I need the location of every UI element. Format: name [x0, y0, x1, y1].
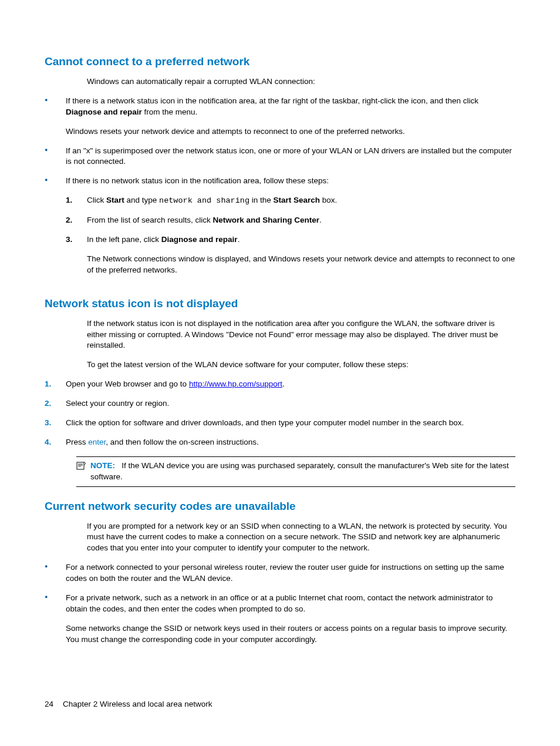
text: If there is no network status icon in th…	[66, 176, 329, 185]
text: For a private network, such as a network…	[66, 593, 493, 613]
bullet-list: If there is a network status icon in the…	[45, 96, 515, 276]
bold-text: Diagnose and repair	[66, 107, 142, 116]
text: from the menu.	[142, 107, 198, 116]
list-item: 3.Click the option for software and driv…	[45, 418, 515, 429]
step-number: 2.	[45, 398, 51, 409]
intro-text: Windows can automatically repair a corru…	[87, 76, 515, 88]
list-item: For a network connected to your personal…	[45, 562, 515, 584]
list-item: 2.Select your country or region.	[45, 398, 515, 409]
page-footer: 24Chapter 2 Wireless and local area netw…	[45, 700, 212, 708]
key-name: enter	[88, 438, 106, 446]
list-item: 4.Press enter, and then follow the on-sc…	[45, 437, 515, 448]
list-item: 1.Click Start and type network and shari…	[66, 195, 515, 207]
paragraph: To get the latest version of the WLAN de…	[87, 359, 515, 371]
step-number: 3.	[66, 234, 72, 246]
document-page: Cannot connect to a preferred network Wi…	[0, 0, 560, 746]
list-item: If there is no network status icon in th…	[45, 176, 515, 275]
support-link[interactable]: http://www.hp.com/support	[189, 379, 282, 388]
paragraph: If the network status icon is not displa…	[87, 318, 515, 352]
heading-network-status: Network status icon is not displayed	[45, 297, 515, 310]
list-item: 1.Open your Web browser and go to http:/…	[45, 379, 515, 390]
bullet-list: For a network connected to your personal…	[45, 562, 515, 645]
svg-rect-0	[77, 462, 84, 469]
step-number: 4.	[45, 437, 51, 448]
numbered-sublist: 1.Click Start and type network and shari…	[66, 195, 515, 275]
page-number: 24	[45, 700, 53, 708]
list-item: For a private network, such as a network…	[45, 593, 515, 646]
sub-paragraph: Windows resets your network device and a…	[66, 126, 515, 137]
step-number: 3.	[45, 418, 51, 429]
note-box: NOTE: If the WLAN device you are using w…	[76, 456, 515, 487]
note-label: NOTE:	[90, 461, 115, 470]
note-icon	[76, 461, 86, 470]
sub-paragraph: Some networks change the SSID or network…	[66, 623, 515, 646]
heading-security-codes: Current network security codes are unava…	[45, 500, 515, 513]
step-number: 1.	[45, 379, 51, 390]
chapter-label: Chapter 2 Wireless and local area networ…	[63, 700, 212, 708]
sub-paragraph: The Network connections window is displa…	[87, 254, 515, 276]
step-number: 1.	[66, 195, 72, 206]
note-text: If the WLAN device you are using was pur…	[90, 461, 509, 481]
list-item: 3.In the left pane, click Diagnose and r…	[66, 234, 515, 276]
list-item: If there is a network status icon in the…	[45, 96, 515, 137]
numbered-list: 1.Open your Web browser and go to http:/…	[45, 379, 515, 448]
list-item: If an "x" is superimposed over the netwo…	[45, 146, 515, 168]
paragraph: If you are prompted for a network key or…	[87, 521, 515, 555]
list-item: 2.From the list of search results, click…	[66, 215, 515, 226]
step-number: 2.	[66, 215, 72, 226]
heading-cannot-connect: Cannot connect to a preferred network	[45, 55, 515, 68]
text: If there is a network status icon in the…	[66, 96, 478, 105]
